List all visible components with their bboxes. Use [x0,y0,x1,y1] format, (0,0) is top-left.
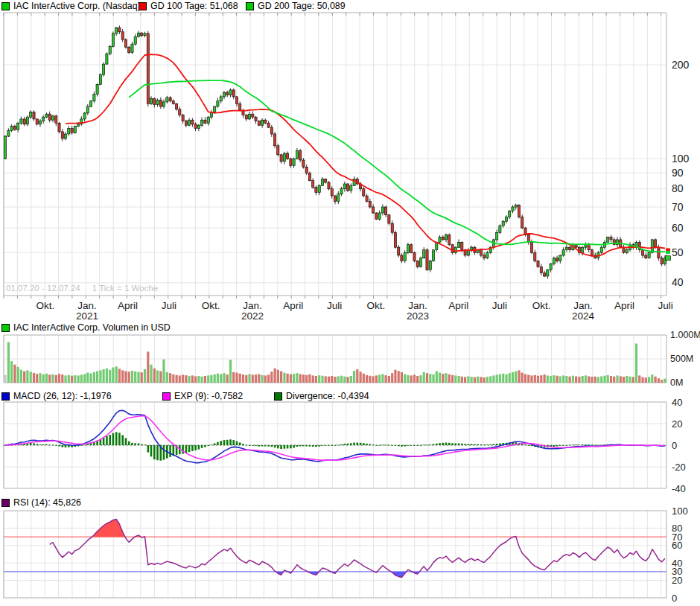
legend-item-divergence: Divergence: -0,4394 [274,391,369,401]
svg-text:0M: 0M [670,377,683,388]
gd100-label: GD 100 Tage: 51,068 [150,1,238,11]
svg-text:40: 40 [672,276,684,288]
tick-interval-text: 1 Tick = 1 Woche [92,284,158,293]
svg-text:Okt.: Okt. [202,300,220,311]
rsi-label: RSI (14): 45,826 [13,497,81,508]
svg-text:20: 20 [672,575,682,586]
svg-text:April: April [283,300,303,311]
divergence-label: Divergence: -0,4394 [286,391,369,401]
volume-swatch [1,324,10,332]
svg-text:-20: -20 [672,462,686,473]
svg-text:Juli: Juli [162,300,176,311]
macd-legend: MACD (26, 12): -1,1976 EXP (9): -0,7582 … [0,391,700,402]
svg-text:Okt.: Okt. [532,300,551,311]
legend-item-rsi: RSI (14): 45,826 [1,497,81,508]
date-range-text: 01.07.20 - 12.07.24 [6,284,80,293]
date-range-note: 01.07.20 - 12.07.24 1 Tick = 1 Woche [6,284,158,293]
svg-text:60: 60 [672,222,684,234]
svg-text:Jan.: Jan. [408,300,427,311]
svg-text:0: 0 [672,593,677,604]
gd100-swatch [139,2,147,10]
price-series-label: IAC InterActive Corp. (Nasdaq) [13,1,141,11]
svg-text:20: 20 [672,418,682,430]
svg-text:2021: 2021 [76,310,98,322]
rsi-swatch [1,499,10,507]
svg-text:80: 80 [672,182,684,194]
svg-text:Jan.: Jan. [243,300,262,311]
svg-text:100: 100 [672,153,690,165]
gd200-swatch [246,2,254,10]
svg-text:0: 0 [672,440,677,451]
candlestick-series [4,25,666,278]
macd-swatch [1,392,10,401]
price-axis-labels: 200100908070605040 [672,59,690,289]
exp-swatch [162,392,171,401]
x-axis-labels: Okt.Jan.2021AprilJuliOkt.Jan.2022AprilJu… [36,300,672,322]
volume-legend: IAC InterActive Corp. Volumen in USD [0,322,700,334]
moving-average-lines [66,54,671,261]
svg-text:2022: 2022 [241,310,264,322]
legend-item-price: IAC InterActive Corp. (Nasdaq) [1,1,141,11]
legend-item-gd200: GD 200 Tage: 50,089 [246,1,346,11]
svg-text:60: 60 [672,540,682,551]
gd200-label: GD 200 Tage: 50,089 [258,1,346,11]
rsi-series: 1008070604030200 [50,505,688,604]
chart-canvas[interactable]: 200100908070605040Okt.Jan.2021AprilJuliO… [0,0,700,606]
stock-chart-page: 200100908070605040Okt.Jan.2021AprilJuliO… [0,0,700,606]
legend-item-exp: EXP (9): -0,7582 [162,391,243,401]
svg-text:Okt.: Okt. [367,300,386,311]
svg-text:Juli: Juli [327,300,342,311]
exp-label: EXP (9): -0,7582 [174,391,243,401]
svg-text:70: 70 [672,201,684,213]
legend-item-gd100: GD 100 Tage: 51,068 [139,1,238,11]
macd-label: MACD (26, 12): -1,1976 [13,391,112,401]
svg-text:April: April [614,300,634,311]
svg-text:Okt.: Okt. [36,300,54,311]
svg-text:2024: 2024 [572,310,595,322]
price-series-swatch [1,2,10,10]
svg-text:Jan.: Jan. [77,300,97,311]
svg-text:50: 50 [672,246,684,258]
price-chart-legend: IAC InterActive Corp. (Nasdaq) GD 100 Ta… [0,1,700,12]
svg-text:90: 90 [672,167,684,179]
svg-text:Juli: Juli [492,300,507,311]
svg-text:500M: 500M [670,354,693,364]
svg-text:Juli: Juli [658,300,673,311]
svg-text:April: April [448,300,468,311]
svg-text:April: April [118,300,138,311]
svg-text:-40: -40 [672,483,686,494]
svg-text:Jan.: Jan. [573,300,593,311]
svg-text:2023: 2023 [407,310,429,322]
legend-item-macd: MACD (26, 12): -1,1976 [1,391,112,401]
svg-text:200: 200 [672,59,690,71]
volume-label: IAC InterActive Corp. Volumen in USD [13,322,171,333]
legend-item-volume: IAC InterActive Corp. Volumen in USD [1,322,171,333]
divergence-swatch [274,392,282,401]
rsi-legend: RSI (14): 45,826 [0,497,700,508]
